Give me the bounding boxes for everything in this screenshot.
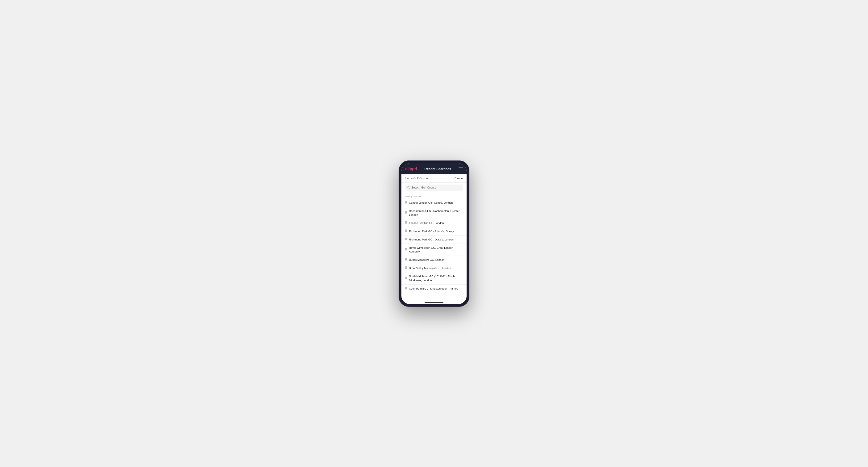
pin-icon xyxy=(405,248,407,252)
search-input[interactable] xyxy=(411,186,461,189)
course-name: London Scottish GC, London xyxy=(409,221,444,225)
search-icon xyxy=(407,186,410,189)
pin-icon xyxy=(405,211,407,215)
search-box xyxy=(405,185,463,191)
pin-icon xyxy=(405,238,407,241)
course-name: Brent Valley Municipal GC, London xyxy=(409,266,451,270)
pin-icon xyxy=(405,287,407,290)
list-item[interactable]: Brent Valley Municipal GC, London xyxy=(401,264,467,272)
phone-frame: clippd Recent Searches Find a Golf Cours… xyxy=(399,160,469,307)
pin-icon xyxy=(405,266,407,270)
phone-screen: clippd Recent Searches Find a Golf Cours… xyxy=(401,163,467,304)
course-name: Richmond Park GC - Prince's, Surrey xyxy=(409,229,454,233)
list-item[interactable]: Richmond Park GC - Duke's, London xyxy=(401,236,467,244)
app-logo: clippd xyxy=(405,166,417,172)
svg-line-1 xyxy=(409,188,410,189)
course-name: Richmond Park GC - Duke's, London xyxy=(409,238,454,241)
menu-icon[interactable] xyxy=(459,167,463,170)
app-header: clippd Recent Searches xyxy=(401,163,467,175)
home-bar xyxy=(425,302,443,303)
list-item[interactable]: Dukes Meadows GC, London xyxy=(401,256,467,264)
list-item[interactable]: Roehampton Club - Roehampton, Greater Lo… xyxy=(401,207,467,219)
list-item[interactable]: Central London Golf Centre, London xyxy=(401,199,467,207)
course-name: Central London Golf Centre, London xyxy=(409,201,453,205)
list-item[interactable]: Richmond Park GC - Prince's, Surrey xyxy=(401,227,467,236)
nearby-section: Nearby courses Central London Golf Centr… xyxy=(401,193,467,301)
search-container xyxy=(401,183,467,193)
course-name: Roehampton Club - Roehampton, Greater Lo… xyxy=(409,209,463,217)
list-item[interactable]: London Scottish GC, London xyxy=(401,219,467,227)
pin-icon xyxy=(405,201,407,205)
pin-icon xyxy=(405,258,407,262)
home-indicator xyxy=(401,301,467,304)
course-name: Royal Wimbledon GC, Great London Authori… xyxy=(409,246,463,253)
course-name: Coombe Hill GC, Kingston upon Thames xyxy=(409,287,458,290)
pin-icon xyxy=(405,229,407,233)
find-label: Find a Golf Course xyxy=(405,177,429,180)
course-name: Dukes Meadows GC, London xyxy=(409,258,444,262)
header-title: Recent Searches xyxy=(425,167,451,171)
nearby-label: Nearby courses xyxy=(401,193,467,199)
pin-icon xyxy=(405,277,407,280)
course-name: North Middlesex GC (1011942 - North Midd… xyxy=(409,275,463,282)
list-item[interactable]: North Middlesex GC (1011942 - North Midd… xyxy=(401,272,467,284)
list-item[interactable]: Coombe Hill GC, Kingston upon Thames xyxy=(401,285,467,293)
find-bar: Find a Golf Course Cancel xyxy=(401,175,467,183)
pin-icon xyxy=(405,221,407,225)
cancel-button[interactable]: Cancel xyxy=(455,177,463,180)
list-item[interactable]: Royal Wimbledon GC, Great London Authori… xyxy=(401,244,467,256)
